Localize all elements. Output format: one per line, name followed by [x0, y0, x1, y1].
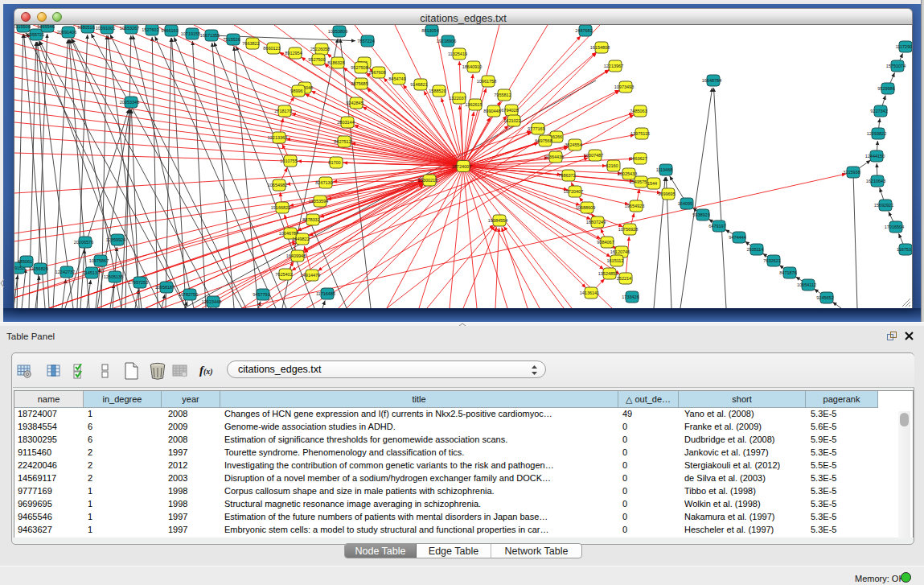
svg-text:8660123: 8660123 — [263, 46, 280, 51]
svg-text:9245652: 9245652 — [816, 295, 833, 300]
svg-text:12505135: 12505135 — [104, 274, 123, 279]
svg-text:10353809: 10353809 — [328, 29, 347, 34]
svg-text:1615112: 1615112 — [606, 258, 623, 263]
svg-text:25226058: 25226058 — [310, 47, 330, 51]
svg-text:9465546: 9465546 — [37, 25, 54, 29]
svg-text:7663822: 7663822 — [242, 41, 259, 46]
svg-text:98996: 98996 — [290, 89, 302, 93]
svg-text:25300215: 25300215 — [418, 178, 437, 183]
svg-text:1113468: 1113468 — [656, 167, 673, 172]
svg-text:20691406: 20691406 — [57, 30, 76, 35]
svg-text:9699695: 9699695 — [658, 192, 675, 196]
svg-text:12213967: 12213967 — [604, 64, 623, 68]
svg-text:16782759: 16782759 — [179, 292, 198, 297]
svg-text:8990448: 8990448 — [483, 109, 500, 113]
svg-text:12213363: 12213363 — [268, 135, 287, 140]
svg-text:10654112: 10654112 — [797, 282, 816, 287]
svg-text:8267130: 8267130 — [315, 180, 332, 185]
svg-text:12359924: 12359924 — [106, 237, 125, 242]
svg-text:10958187: 10958187 — [155, 285, 175, 290]
svg-text:10975867: 10975867 — [89, 258, 109, 263]
svg-text:81700: 81700 — [328, 160, 340, 165]
svg-text:19384554: 19384554 — [488, 218, 507, 223]
svg-text:485061: 485061 — [18, 259, 32, 264]
svg-text:15720407: 15720407 — [564, 189, 583, 194]
svg-text:62160: 62160 — [606, 163, 618, 168]
svg-text:9527500: 9527500 — [308, 57, 325, 62]
svg-text:19218906: 19218906 — [437, 39, 456, 43]
svg-text:8454749: 8454749 — [388, 76, 405, 81]
svg-text:19654923: 19654923 — [625, 204, 644, 208]
svg-text:10653267: 10653267 — [120, 26, 139, 31]
svg-text:1621022: 1621022 — [503, 118, 520, 123]
svg-text:18640910: 18640910 — [462, 64, 482, 69]
svg-text:2935114: 2935114 — [746, 247, 763, 252]
svg-text:6497568: 6497568 — [535, 138, 552, 143]
svg-text:9529986: 9529986 — [877, 86, 894, 91]
svg-text:12444150: 12444150 — [865, 154, 885, 159]
svg-text:1322037: 1322037 — [449, 96, 466, 101]
svg-text:1010755: 1010755 — [280, 159, 297, 163]
svg-text:7986372: 7986372 — [558, 173, 575, 178]
svg-text:7485063: 7485063 — [630, 109, 647, 113]
svg-text:12242737: 12242737 — [55, 270, 75, 274]
svg-text:10391001: 10391001 — [96, 26, 115, 31]
svg-text:2803144: 2803144 — [337, 120, 354, 125]
svg-text:9777169: 9777169 — [528, 126, 544, 131]
svg-text:164095: 164095 — [678, 201, 692, 206]
svg-text:17016504: 17016504 — [885, 225, 904, 229]
svg-text:10025433: 10025433 — [618, 171, 637, 176]
svg-text:16648784: 16648784 — [702, 78, 721, 83]
svg-text:3215938: 3215938 — [843, 170, 860, 175]
svg-text:15495758: 15495758 — [630, 179, 649, 184]
svg-text:18724007: 18724007 — [452, 164, 471, 169]
svg-text:15692921: 15692921 — [874, 203, 893, 208]
svg-text:1449822: 1449822 — [292, 237, 309, 241]
svg-text:116753: 116753 — [897, 247, 911, 252]
svg-text:9457791: 9457791 — [253, 292, 269, 297]
svg-text:10688609: 10688609 — [576, 205, 595, 210]
svg-text:9242845: 9242845 — [346, 101, 363, 105]
svg-text:12093822: 12093822 — [867, 131, 886, 136]
svg-text:11156829: 11156829 — [29, 266, 48, 271]
svg-text:7857224: 7857224 — [357, 39, 374, 43]
svg-text:16154808: 16154808 — [590, 45, 610, 50]
svg-text:252214: 252214 — [617, 276, 631, 281]
svg-text:20364436: 20364436 — [544, 154, 564, 159]
svg-text:16210643: 16210643 — [866, 179, 885, 183]
svg-text:2718170: 2718170 — [274, 109, 291, 113]
svg-text:11325419: 11325419 — [448, 51, 467, 56]
svg-text:10973493: 10973493 — [614, 84, 634, 89]
svg-text:16409948: 16409948 — [286, 253, 306, 258]
svg-text:2487682: 2487682 — [575, 28, 592, 33]
svg-text:19166822: 19166822 — [271, 205, 290, 210]
svg-text:9466160: 9466160 — [161, 28, 178, 33]
svg-text:20053346: 20053346 — [120, 100, 139, 105]
svg-text:10307487: 10307487 — [584, 153, 603, 158]
svg-text:14136141: 14136141 — [580, 290, 599, 295]
svg-text:11716485: 11716485 — [316, 291, 335, 296]
svg-text:5938923: 5938923 — [692, 212, 709, 217]
svg-text:12353594: 12353594 — [309, 199, 328, 204]
svg-text:13975115: 13975115 — [630, 131, 650, 136]
svg-text:1588520: 1588520 — [429, 89, 446, 93]
svg-text:2967608: 2967608 — [368, 70, 385, 75]
svg-text:1544: 1544 — [647, 181, 657, 186]
svg-text:1117290: 1117290 — [896, 44, 913, 49]
svg-text:16120746: 16120746 — [610, 249, 630, 254]
svg-text:8813054: 8813054 — [421, 28, 438, 33]
svg-text:1527602: 1527602 — [142, 27, 158, 32]
svg-text:8471876: 8471876 — [779, 270, 796, 275]
svg-text:7625402: 7625402 — [275, 272, 292, 277]
svg-text:17957253: 17957253 — [129, 280, 148, 285]
svg-text:9527508: 9527508 — [351, 65, 368, 70]
svg-text:9084067: 9084067 — [597, 240, 614, 245]
svg-text:7632621: 7632621 — [763, 258, 780, 263]
svg-text:10961758: 10961758 — [477, 79, 496, 84]
svg-text:6479197: 6479197 — [708, 224, 725, 229]
svg-text:9474444: 9474444 — [729, 235, 745, 240]
svg-text:24055721: 24055721 — [25, 32, 44, 37]
svg-text:114513: 114513 — [83, 270, 97, 275]
svg-text:8878332: 8878332 — [302, 217, 319, 222]
svg-text:12923448: 12923448 — [202, 299, 221, 304]
